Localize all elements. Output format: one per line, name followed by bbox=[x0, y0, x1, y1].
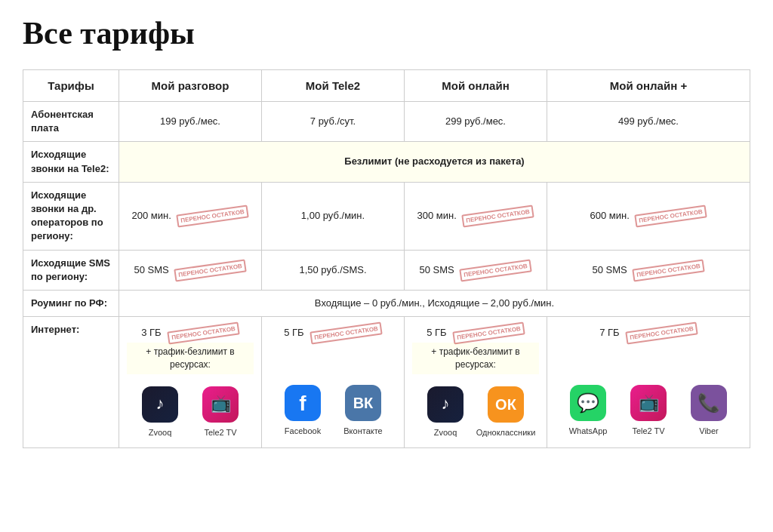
ok-icon: ОК bbox=[488, 386, 524, 423]
icon-facebook: f Facebook bbox=[273, 385, 333, 437]
whatsapp-icon: 💬 bbox=[570, 385, 606, 421]
roaming-span: Входящие – 0 руб./мин., Исходящие – 2,00… bbox=[119, 290, 750, 316]
calls-other-col4: 600 мин. ПЕРЕНОС ОСТАТКОВ bbox=[547, 182, 750, 250]
icon-zvooq-1: ♪ Zvooq bbox=[130, 386, 190, 438]
subscription-col1: 199 руб./мес. bbox=[119, 102, 262, 142]
col-header-moy-tele2: Мой Tele2 bbox=[262, 70, 405, 102]
zvooq-icon-2: ♪ bbox=[427, 386, 463, 423]
internet-col4: 7 ГБ ПЕРЕНОС ОСТАТКОВ 💬 WhatsApp 📺 Tele2… bbox=[547, 317, 750, 448]
col-header-moy-razgovor: Мой разговор bbox=[119, 70, 262, 102]
calls-other-col3: 300 мин. ПЕРЕНОС ОСТАТКОВ bbox=[405, 182, 547, 250]
col-header-moy-online: Мой онлайн bbox=[405, 70, 547, 102]
icons-row-col2: f Facebook ВК Вконтакте bbox=[269, 373, 396, 440]
tele2tv-icon-1: 📺 bbox=[202, 386, 239, 423]
internet-col1: 3 ГБ ПЕРЕНОС ОСТАТКОВ + трафик-безлимит … bbox=[119, 317, 262, 448]
roaming-row: Роуминг по РФ: Входящие – 0 руб./мин., И… bbox=[23, 290, 750, 316]
sms-col3: 50 SMS ПЕРЕНОС ОСТАТКОВ bbox=[405, 250, 547, 290]
subscription-col2: 7 руб./сут. bbox=[262, 102, 405, 142]
icon-viber: 📞 Viber bbox=[679, 385, 739, 437]
icon-tele2tv-2: 📺 Tele2 TV bbox=[618, 385, 679, 437]
icons-row-col1: ♪ Zvooq 📺 Tele2 TV bbox=[127, 374, 254, 441]
roaming-label: Роуминг по РФ: bbox=[23, 290, 119, 316]
sms-label: Исходящие SMS по региону: bbox=[23, 250, 119, 290]
sms-row: Исходящие SMS по региону: 50 SMS ПЕРЕНОС… bbox=[23, 250, 750, 290]
icon-whatsapp: 💬 WhatsApp bbox=[558, 385, 618, 437]
table-header-row: Тарифы Мой разговор Мой Tele2 Мой онлайн… bbox=[23, 70, 750, 102]
sms-col4: 50 SMS ПЕРЕНОС ОСТАТКОВ bbox=[547, 250, 750, 290]
calls-tele2-span: Безлимит (не расходуется из пакета) bbox=[119, 142, 750, 182]
stamp-calls-col1: ПЕРЕНОС ОСТАТКОВ bbox=[177, 204, 250, 227]
subscription-label: Абонентская плата bbox=[23, 102, 119, 142]
internet-col3: 5 ГБ ПЕРЕНОС ОСТАТКОВ + трафик-безлимит … bbox=[405, 317, 547, 448]
icon-ok: ОК Одноклассники bbox=[476, 386, 536, 438]
page-title: Все тарифы bbox=[23, 15, 750, 51]
calls-other-col1: 200 мин. ПЕРЕНОС ОСТАТКОВ bbox=[119, 182, 262, 250]
calls-other-label: Исходящие звонки на др. операторов по ре… bbox=[23, 182, 119, 250]
traffic-label-col3: + трафик-безлимит в ресурсах: bbox=[412, 343, 539, 374]
stamp-sms-col1: ПЕРЕНОС ОСТАТКОВ bbox=[174, 259, 248, 281]
subscription-row: Абонентская плата 199 руб./мес. 7 руб./с… bbox=[23, 102, 750, 142]
subscription-col4: 499 руб./мес. bbox=[547, 102, 750, 142]
calls-other-row: Исходящие звонки на др. операторов по ре… bbox=[23, 182, 750, 250]
sms-col2: 1,50 руб./SMS. bbox=[262, 250, 405, 290]
stamp-internet-col3: ПЕРЕНОС ОСТАТКОВ bbox=[452, 321, 525, 344]
tele2tv-icon-2: 📺 bbox=[630, 385, 667, 421]
internet-label: Интернет: bbox=[23, 317, 119, 448]
vk-icon: ВК bbox=[345, 385, 381, 421]
stamp-internet-col1: ПЕРЕНОС ОСТАТКОВ bbox=[167, 321, 240, 344]
traffic-label-col1: + трафик-безлимит в ресурсах: bbox=[127, 343, 254, 374]
calls-other-col2: 1,00 руб./мин. bbox=[262, 182, 405, 250]
stamp-internet-col2: ПЕРЕНОС ОСТАТКОВ bbox=[310, 321, 383, 344]
icon-vk: ВК Вконтакте bbox=[333, 385, 393, 437]
col-header-tariffs: Тарифы bbox=[23, 70, 119, 102]
stamp-calls-col4: ПЕРЕНОС ОСТАТКОВ bbox=[635, 204, 708, 227]
zvooq-icon-1: ♪ bbox=[142, 386, 178, 423]
internet-row: Интернет: 3 ГБ ПЕРЕНОС ОСТАТКОВ + трафик… bbox=[23, 317, 750, 448]
sms-col1: 50 SMS ПЕРЕНОС ОСТАТКОВ bbox=[119, 250, 262, 290]
icons-row-col4: 💬 WhatsApp 📺 Tele2 TV 📞 Viber bbox=[555, 373, 742, 440]
col-header-moy-online-plus: Мой онлайн + bbox=[547, 70, 750, 102]
icon-tele2tv-1: 📺 Tele2 TV bbox=[190, 386, 251, 438]
stamp-calls-col3: ПЕРЕНОС ОСТАТКОВ bbox=[462, 204, 535, 227]
facebook-icon: f bbox=[285, 385, 321, 421]
viber-icon: 📞 bbox=[691, 385, 727, 421]
internet-col2: 5 ГБ ПЕРЕНОС ОСТАТКОВ f Facebook ВК Вкон… bbox=[262, 317, 405, 448]
calls-tele2-label: Исходящие звонки на Tele2: bbox=[23, 142, 119, 182]
tariffs-table: Тарифы Мой разговор Мой Tele2 Мой онлайн… bbox=[23, 69, 750, 448]
icons-row-col3: ♪ Zvooq ОК Одноклассники bbox=[412, 374, 539, 441]
icon-zvooq-2: ♪ Zvooq bbox=[415, 386, 476, 438]
subscription-col3: 299 руб./мес. bbox=[405, 102, 547, 142]
stamp-sms-col3: ПЕРЕНОС ОСТАТКОВ bbox=[460, 259, 533, 281]
stamp-sms-col4: ПЕРЕНОС ОСТАТКОВ bbox=[633, 259, 706, 281]
calls-tele2-row: Исходящие звонки на Tele2: Безлимит (не … bbox=[23, 142, 750, 182]
